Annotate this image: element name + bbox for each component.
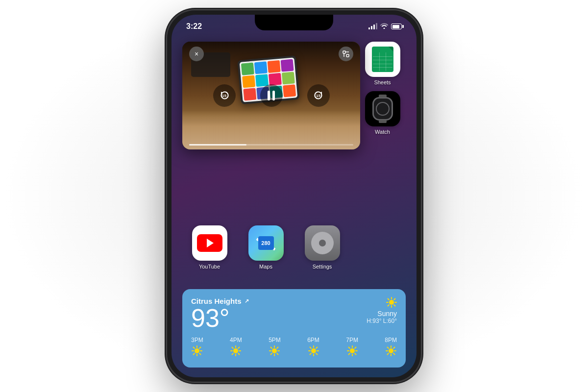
svg-line-38 (239, 353, 240, 354)
location-arrow-icon: ↗ (245, 298, 249, 304)
weather-hour-5-icon (347, 345, 358, 356)
svg-rect-6 (321, 234, 323, 238)
weather-sun-large-icon (386, 297, 397, 308)
svg-point-41 (272, 348, 277, 353)
status-icons (368, 23, 402, 30)
svg-rect-0 (343, 51, 345, 53)
weather-condition: Sunny H:93° L:60° (367, 297, 397, 324)
pip-rewind-label: 15 (222, 94, 226, 98)
scene: 3:22 (0, 0, 588, 392)
phone-frame: 3:22 (167, 10, 421, 382)
weather-condition-text: Sunny (367, 310, 397, 318)
svg-line-46 (271, 347, 272, 348)
app-sheets-item[interactable]: Sheets (359, 42, 406, 85)
svg-line-76 (387, 353, 388, 354)
svg-line-39 (239, 347, 240, 348)
weather-hour-3: 5PM (269, 337, 281, 356)
weather-hour-2: 4PM (230, 337, 242, 356)
svg-line-66 (355, 347, 356, 348)
svg-line-29 (199, 353, 200, 354)
battery-icon (391, 24, 402, 29)
weather-hour-1: 3PM (191, 337, 203, 356)
svg-line-21 (394, 299, 395, 300)
youtube-icon[interactable] (192, 225, 227, 261)
svg-line-40 (232, 353, 233, 354)
weather-hour-2-icon (230, 345, 241, 356)
weather-hour-4-icon (308, 345, 319, 356)
pip-progress-bar (189, 144, 353, 146)
svg-line-56 (316, 353, 317, 354)
weather-hour-6: 8PM (385, 337, 397, 356)
app-settings-item[interactable]: Settings (298, 225, 346, 270)
weather-hour-5: 7PM (346, 337, 358, 356)
maps-icon[interactable]: 280 (248, 225, 284, 261)
right-apps: Sheets Watch (359, 42, 406, 135)
pause-icon (268, 91, 275, 100)
watch-icon[interactable] (365, 91, 400, 126)
svg-line-48 (277, 347, 278, 348)
settings-label: Settings (313, 264, 332, 270)
svg-line-19 (388, 299, 389, 300)
pip-close-button[interactable]: × (189, 47, 204, 61)
pip-forward-label: 15 (316, 94, 320, 98)
svg-rect-8 (314, 242, 317, 244)
svg-line-74 (393, 353, 394, 354)
svg-line-22 (388, 305, 389, 306)
maps-label: Maps (259, 264, 272, 270)
weather-hour-6-icon (386, 345, 396, 356)
pip-forward-button[interactable]: 15 (307, 84, 330, 107)
svg-line-37 (232, 347, 233, 348)
pip-expand-button[interactable] (339, 47, 353, 61)
svg-line-73 (387, 347, 388, 348)
svg-point-59 (350, 348, 355, 353)
weather-hour-1-icon (192, 345, 202, 356)
svg-line-30 (199, 347, 200, 348)
weather-widget[interactable]: Citrus Heights ↗ 93° (182, 289, 406, 368)
svg-point-23 (195, 348, 199, 353)
svg-line-65 (355, 353, 356, 354)
app-grid: YouTube 280 Maps (182, 225, 406, 270)
app-maps-item[interactable]: 280 Maps (242, 225, 290, 270)
weather-temperature: 93° (191, 305, 249, 331)
svg-rect-1 (346, 54, 349, 57)
svg-line-28 (194, 347, 195, 348)
gear-icon (311, 232, 334, 254)
notch (255, 15, 333, 30)
signal-icon (368, 24, 377, 29)
settings-icon[interactable] (305, 225, 340, 261)
maps-shield: 280 (258, 236, 274, 250)
pip-progress-fill (189, 144, 246, 146)
svg-line-31 (194, 353, 195, 354)
watch-label: Watch (375, 129, 390, 135)
sheets-label: Sheets (374, 79, 391, 85)
weather-hour-4: 6PM (307, 337, 319, 356)
sheets-icon[interactable] (365, 42, 400, 77)
pip-pause-button[interactable] (260, 84, 283, 107)
svg-rect-13 (315, 246, 319, 250)
app-watch-item[interactable]: Watch (359, 91, 406, 135)
svg-point-14 (389, 300, 394, 305)
app-youtube-item[interactable]: YouTube (185, 225, 234, 270)
pip-controls: 15 (182, 42, 360, 149)
svg-point-50 (311, 348, 316, 353)
weather-hourly: 3PM 4 (191, 337, 397, 356)
svg-line-67 (348, 353, 349, 354)
pip-rewind-button[interactable]: 15 (213, 84, 236, 107)
phone-screen: 3:22 (172, 15, 416, 377)
svg-point-68 (389, 348, 393, 353)
svg-line-49 (271, 353, 272, 354)
weather-hi-lo: H:93° L:60° (367, 318, 397, 324)
svg-line-55 (310, 347, 311, 348)
svg-line-75 (393, 347, 394, 348)
youtube-label: YouTube (199, 264, 220, 270)
youtube-play-triangle (207, 239, 214, 247)
svg-line-57 (316, 347, 317, 348)
weather-header: Citrus Heights ↗ 93° (191, 297, 397, 332)
svg-rect-9 (328, 242, 331, 244)
pip-container: × (182, 42, 360, 149)
svg-line-47 (277, 353, 278, 354)
svg-point-32 (233, 348, 238, 353)
svg-line-58 (310, 353, 311, 354)
weather-hour-3-icon (269, 345, 280, 356)
svg-line-20 (394, 305, 395, 306)
